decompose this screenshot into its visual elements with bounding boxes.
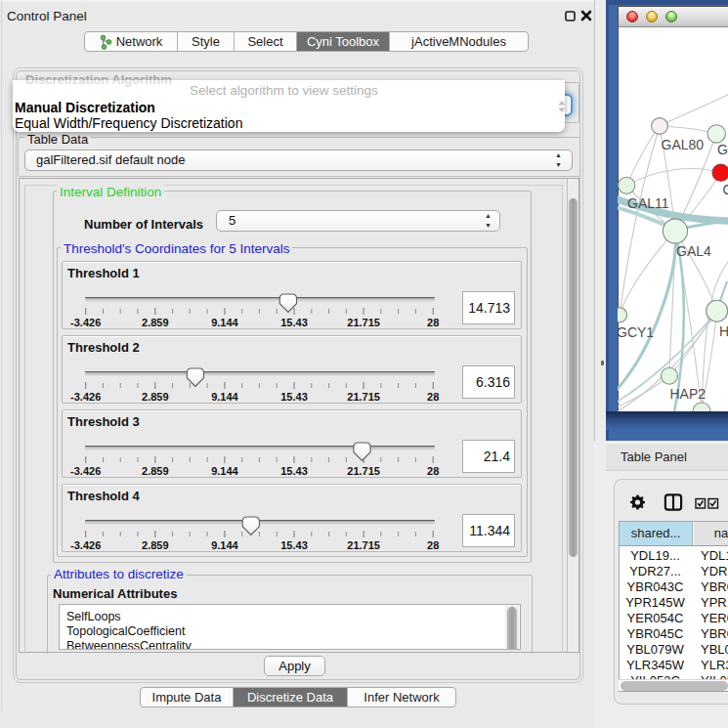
svg-text:9.144: 9.144 [211, 317, 238, 328]
svg-text:-3.426: -3.426 [70, 317, 101, 328]
svg-text:28: 28 [427, 465, 439, 477]
svg-text:GAL4: GAL4 [676, 243, 711, 259]
svg-text:21.715: 21.715 [347, 539, 380, 551]
svg-text:21.715: 21.715 [347, 391, 380, 403]
svg-text:9.144: 9.144 [211, 539, 238, 551]
svg-text:9.144: 9.144 [211, 465, 238, 477]
svg-text:2.859: 2.859 [142, 465, 169, 477]
svg-text:9.144: 9.144 [211, 391, 238, 403]
svg-text:15.43: 15.43 [280, 391, 308, 403]
svg-text:-3.426: -3.426 [70, 539, 101, 551]
svg-text:H: H [719, 323, 728, 339]
svg-text:GAL80: GAL80 [662, 137, 705, 152]
svg-text:28: 28 [427, 391, 439, 403]
svg-text:C: C [723, 182, 728, 197]
svg-text:15.43: 15.43 [280, 317, 308, 328]
svg-text:28: 28 [427, 539, 439, 551]
svg-text:2.859: 2.859 [142, 539, 169, 551]
svg-text:GCY1: GCY1 [618, 324, 654, 340]
svg-text:28: 28 [427, 317, 439, 328]
svg-text:-3.426: -3.426 [70, 465, 101, 477]
svg-text:HAP2: HAP2 [670, 386, 707, 402]
svg-text:GAL11: GAL11 [627, 195, 669, 211]
svg-text:-3.426: -3.426 [70, 391, 101, 403]
svg-text:15.43: 15.43 [280, 465, 308, 477]
svg-text:2.859: 2.859 [142, 317, 169, 328]
svg-text:GA: GA [717, 142, 728, 157]
svg-text:21.715: 21.715 [347, 465, 380, 477]
svg-text:2.859: 2.859 [142, 391, 169, 403]
svg-text:21.715: 21.715 [347, 317, 380, 328]
svg-text:15.43: 15.43 [280, 539, 308, 551]
